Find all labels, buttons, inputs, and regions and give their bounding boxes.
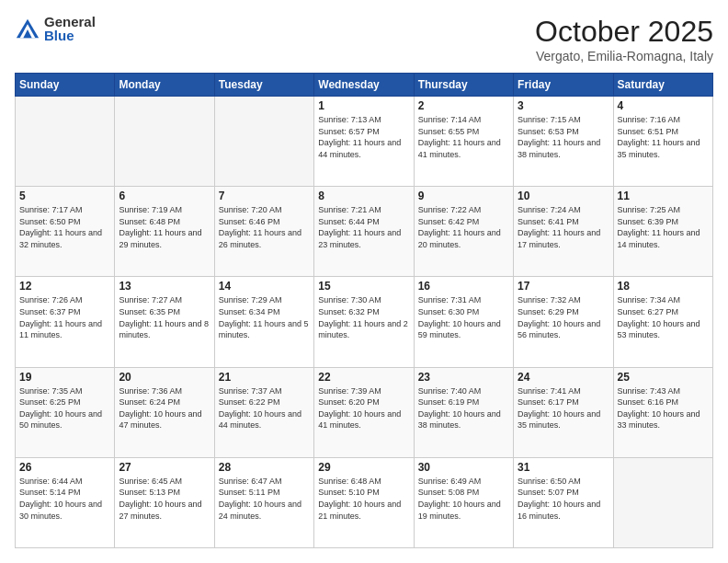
day-number: 16 (418, 280, 509, 293)
calendar-week-row: 12Sunrise: 7:26 AM Sunset: 6:37 PM Dayli… (16, 277, 713, 367)
table-row: 17Sunrise: 7:32 AM Sunset: 6:29 PM Dayli… (514, 277, 613, 367)
day-info: Sunrise: 7:14 AM Sunset: 6:55 PM Dayligh… (418, 114, 509, 160)
day-number: 1 (318, 99, 409, 112)
day-info: Sunrise: 7:39 AM Sunset: 6:20 PM Dayligh… (318, 385, 409, 431)
table-row: 29Sunrise: 6:48 AM Sunset: 5:10 PM Dayli… (314, 457, 414, 547)
table-row: 24Sunrise: 7:41 AM Sunset: 6:17 PM Dayli… (514, 367, 613, 457)
table-row: 22Sunrise: 7:39 AM Sunset: 6:20 PM Dayli… (314, 367, 414, 457)
day-info: Sunrise: 7:29 AM Sunset: 6:34 PM Dayligh… (219, 294, 310, 340)
calendar-week-row: 26Sunrise: 6:44 AM Sunset: 5:14 PM Dayli… (16, 457, 713, 547)
day-info: Sunrise: 7:20 AM Sunset: 6:46 PM Dayligh… (219, 204, 310, 250)
day-number: 27 (119, 461, 210, 474)
day-number: 26 (19, 461, 110, 474)
calendar-table: Sunday Monday Tuesday Wednesday Thursday… (15, 73, 713, 548)
day-number: 14 (219, 280, 310, 293)
table-row: 31Sunrise: 6:50 AM Sunset: 5:07 PM Dayli… (514, 457, 613, 547)
logo-text: General Blue (44, 15, 96, 42)
day-number: 30 (418, 461, 509, 474)
table-row: 25Sunrise: 7:43 AM Sunset: 6:16 PM Dayli… (613, 367, 712, 457)
table-row: 15Sunrise: 7:30 AM Sunset: 6:32 PM Dayli… (314, 277, 414, 367)
day-number: 6 (119, 190, 210, 202)
day-info: Sunrise: 7:41 AM Sunset: 6:17 PM Dayligh… (518, 385, 609, 431)
col-wednesday: Wednesday (314, 74, 414, 97)
day-info: Sunrise: 7:36 AM Sunset: 6:24 PM Dayligh… (119, 385, 210, 431)
table-row: 28Sunrise: 6:47 AM Sunset: 5:11 PM Dayli… (214, 457, 313, 547)
calendar-header-row: Sunday Monday Tuesday Wednesday Thursday… (16, 74, 713, 97)
table-row: 11Sunrise: 7:25 AM Sunset: 6:39 PM Dayli… (613, 187, 712, 277)
day-number: 4 (618, 99, 709, 112)
table-row: 27Sunrise: 6:45 AM Sunset: 5:13 PM Dayli… (115, 457, 214, 547)
day-info: Sunrise: 7:43 AM Sunset: 6:16 PM Dayligh… (618, 385, 709, 431)
table-row: 21Sunrise: 7:37 AM Sunset: 6:22 PM Dayli… (214, 367, 313, 457)
table-row: 16Sunrise: 7:31 AM Sunset: 6:30 PM Dayli… (414, 277, 513, 367)
day-number: 24 (518, 371, 609, 384)
calendar-week-row: 19Sunrise: 7:35 AM Sunset: 6:25 PM Dayli… (16, 367, 713, 457)
table-row: 30Sunrise: 6:49 AM Sunset: 5:08 PM Dayli… (414, 457, 513, 547)
day-number: 2 (418, 99, 509, 112)
day-info: Sunrise: 6:45 AM Sunset: 5:13 PM Dayligh… (119, 476, 210, 522)
day-info: Sunrise: 7:13 AM Sunset: 6:57 PM Dayligh… (318, 114, 409, 160)
logo: General Blue (15, 15, 96, 42)
day-info: Sunrise: 6:48 AM Sunset: 5:10 PM Dayligh… (318, 476, 409, 522)
day-info: Sunrise: 6:44 AM Sunset: 5:14 PM Dayligh… (19, 476, 110, 522)
day-number: 23 (418, 371, 509, 384)
day-info: Sunrise: 6:49 AM Sunset: 5:08 PM Dayligh… (418, 476, 509, 522)
calendar-week-row: 1Sunrise: 7:13 AM Sunset: 6:57 PM Daylig… (16, 97, 713, 187)
day-number: 3 (518, 99, 609, 112)
day-number: 8 (318, 190, 409, 202)
logo-icon (15, 16, 40, 41)
table-row: 7Sunrise: 7:20 AM Sunset: 6:46 PM Daylig… (214, 187, 313, 277)
table-row (115, 97, 214, 187)
day-number: 25 (618, 371, 709, 384)
day-info: Sunrise: 7:19 AM Sunset: 6:48 PM Dayligh… (119, 204, 210, 250)
table-row: 26Sunrise: 6:44 AM Sunset: 5:14 PM Dayli… (16, 457, 115, 547)
day-info: Sunrise: 7:24 AM Sunset: 6:41 PM Dayligh… (518, 204, 609, 250)
table-row (16, 97, 115, 187)
day-number: 7 (219, 190, 310, 202)
table-row: 4Sunrise: 7:16 AM Sunset: 6:51 PM Daylig… (613, 97, 712, 187)
col-sunday: Sunday (16, 74, 115, 97)
col-saturday: Saturday (613, 74, 712, 97)
table-row (214, 97, 313, 187)
day-info: Sunrise: 7:26 AM Sunset: 6:37 PM Dayligh… (19, 294, 110, 340)
day-number: 21 (219, 371, 310, 384)
day-info: Sunrise: 6:50 AM Sunset: 5:07 PM Dayligh… (518, 476, 609, 522)
day-info: Sunrise: 7:17 AM Sunset: 6:50 PM Dayligh… (19, 204, 110, 250)
calendar-week-row: 5Sunrise: 7:17 AM Sunset: 6:50 PM Daylig… (16, 187, 713, 277)
day-info: Sunrise: 7:21 AM Sunset: 6:44 PM Dayligh… (318, 204, 409, 250)
table-row: 18Sunrise: 7:34 AM Sunset: 6:27 PM Dayli… (613, 277, 712, 367)
day-number: 15 (318, 280, 409, 293)
day-number: 19 (19, 371, 110, 384)
col-friday: Friday (514, 74, 613, 97)
day-number: 22 (318, 371, 409, 384)
logo-general-text: General (44, 15, 96, 29)
day-info: Sunrise: 7:32 AM Sunset: 6:29 PM Dayligh… (518, 294, 609, 340)
day-number: 9 (418, 190, 509, 202)
day-number: 5 (19, 190, 110, 202)
table-row: 6Sunrise: 7:19 AM Sunset: 6:48 PM Daylig… (115, 187, 214, 277)
day-info: Sunrise: 7:27 AM Sunset: 6:35 PM Dayligh… (119, 294, 210, 340)
day-number: 12 (19, 280, 110, 293)
table-row (613, 457, 712, 547)
day-number: 31 (518, 461, 609, 474)
table-row: 2Sunrise: 7:14 AM Sunset: 6:55 PM Daylig… (414, 97, 513, 187)
table-row: 5Sunrise: 7:17 AM Sunset: 6:50 PM Daylig… (16, 187, 115, 277)
day-number: 20 (119, 371, 210, 384)
day-number: 17 (518, 280, 609, 293)
table-row: 14Sunrise: 7:29 AM Sunset: 6:34 PM Dayli… (214, 277, 313, 367)
table-row: 23Sunrise: 7:40 AM Sunset: 6:19 PM Dayli… (414, 367, 513, 457)
day-info: Sunrise: 7:25 AM Sunset: 6:39 PM Dayligh… (618, 204, 709, 250)
day-info: Sunrise: 6:47 AM Sunset: 5:11 PM Dayligh… (219, 476, 310, 522)
location: Vergato, Emilia-Romagna, Italy (535, 49, 713, 63)
day-info: Sunrise: 7:15 AM Sunset: 6:53 PM Dayligh… (518, 114, 609, 160)
table-row: 13Sunrise: 7:27 AM Sunset: 6:35 PM Dayli… (115, 277, 214, 367)
day-info: Sunrise: 7:31 AM Sunset: 6:30 PM Dayligh… (418, 294, 509, 340)
day-info: Sunrise: 7:35 AM Sunset: 6:25 PM Dayligh… (19, 385, 110, 431)
table-row: 19Sunrise: 7:35 AM Sunset: 6:25 PM Dayli… (16, 367, 115, 457)
table-row: 10Sunrise: 7:24 AM Sunset: 6:41 PM Dayli… (514, 187, 613, 277)
day-info: Sunrise: 7:30 AM Sunset: 6:32 PM Dayligh… (318, 294, 409, 340)
table-row: 12Sunrise: 7:26 AM Sunset: 6:37 PM Dayli… (16, 277, 115, 367)
table-row: 8Sunrise: 7:21 AM Sunset: 6:44 PM Daylig… (314, 187, 414, 277)
day-number: 11 (618, 190, 709, 202)
table-row: 20Sunrise: 7:36 AM Sunset: 6:24 PM Dayli… (115, 367, 214, 457)
